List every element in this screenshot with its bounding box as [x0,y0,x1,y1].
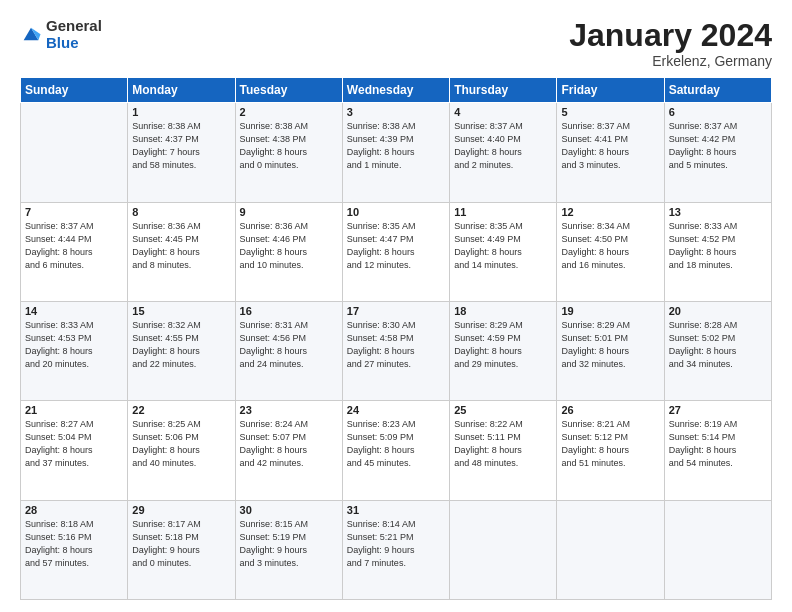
calendar-cell-2-4: 18Sunrise: 8:29 AM Sunset: 4:59 PM Dayli… [450,301,557,400]
day-info-31: Sunrise: 8:14 AM Sunset: 5:21 PM Dayligh… [347,518,445,570]
day-info-2: Sunrise: 8:38 AM Sunset: 4:38 PM Dayligh… [240,120,338,172]
week-row-3: 21Sunrise: 8:27 AM Sunset: 5:04 PM Dayli… [21,401,772,500]
day-info-26: Sunrise: 8:21 AM Sunset: 5:12 PM Dayligh… [561,418,659,470]
header-monday: Monday [128,78,235,103]
day-number-14: 14 [25,305,123,317]
day-info-6: Sunrise: 8:37 AM Sunset: 4:42 PM Dayligh… [669,120,767,172]
day-info-30: Sunrise: 8:15 AM Sunset: 5:19 PM Dayligh… [240,518,338,570]
calendar-cell-2-5: 19Sunrise: 8:29 AM Sunset: 5:01 PM Dayli… [557,301,664,400]
day-info-27: Sunrise: 8:19 AM Sunset: 5:14 PM Dayligh… [669,418,767,470]
calendar-cell-1-2: 9Sunrise: 8:36 AM Sunset: 4:46 PM Daylig… [235,202,342,301]
day-info-22: Sunrise: 8:25 AM Sunset: 5:06 PM Dayligh… [132,418,230,470]
day-number-18: 18 [454,305,552,317]
calendar-cell-4-5 [557,500,664,599]
day-number-23: 23 [240,404,338,416]
logo-icon [20,24,42,46]
day-number-8: 8 [132,206,230,218]
day-number-10: 10 [347,206,445,218]
header-friday: Friday [557,78,664,103]
location-subtitle: Erkelenz, Germany [569,53,772,69]
day-number-15: 15 [132,305,230,317]
day-number-7: 7 [25,206,123,218]
day-number-28: 28 [25,504,123,516]
week-row-2: 14Sunrise: 8:33 AM Sunset: 4:53 PM Dayli… [21,301,772,400]
day-number-5: 5 [561,106,659,118]
calendar-cell-3-1: 22Sunrise: 8:25 AM Sunset: 5:06 PM Dayli… [128,401,235,500]
day-number-27: 27 [669,404,767,416]
calendar-cell-1-3: 10Sunrise: 8:35 AM Sunset: 4:47 PM Dayli… [342,202,449,301]
day-info-11: Sunrise: 8:35 AM Sunset: 4:49 PM Dayligh… [454,220,552,272]
day-info-15: Sunrise: 8:32 AM Sunset: 4:55 PM Dayligh… [132,319,230,371]
day-number-16: 16 [240,305,338,317]
day-info-18: Sunrise: 8:29 AM Sunset: 4:59 PM Dayligh… [454,319,552,371]
day-number-20: 20 [669,305,767,317]
day-number-22: 22 [132,404,230,416]
day-number-13: 13 [669,206,767,218]
calendar-cell-0-0 [21,103,128,202]
day-number-9: 9 [240,206,338,218]
day-info-7: Sunrise: 8:37 AM Sunset: 4:44 PM Dayligh… [25,220,123,272]
day-number-6: 6 [669,106,767,118]
calendar-cell-4-1: 29Sunrise: 8:17 AM Sunset: 5:18 PM Dayli… [128,500,235,599]
day-info-8: Sunrise: 8:36 AM Sunset: 4:45 PM Dayligh… [132,220,230,272]
calendar-cell-4-0: 28Sunrise: 8:18 AM Sunset: 5:16 PM Dayli… [21,500,128,599]
day-info-24: Sunrise: 8:23 AM Sunset: 5:09 PM Dayligh… [347,418,445,470]
day-info-12: Sunrise: 8:34 AM Sunset: 4:50 PM Dayligh… [561,220,659,272]
header-tuesday: Tuesday [235,78,342,103]
calendar-cell-1-5: 12Sunrise: 8:34 AM Sunset: 4:50 PM Dayli… [557,202,664,301]
calendar-cell-2-3: 17Sunrise: 8:30 AM Sunset: 4:58 PM Dayli… [342,301,449,400]
day-info-10: Sunrise: 8:35 AM Sunset: 4:47 PM Dayligh… [347,220,445,272]
day-info-21: Sunrise: 8:27 AM Sunset: 5:04 PM Dayligh… [25,418,123,470]
calendar-cell-0-1: 1Sunrise: 8:38 AM Sunset: 4:37 PM Daylig… [128,103,235,202]
day-info-17: Sunrise: 8:30 AM Sunset: 4:58 PM Dayligh… [347,319,445,371]
header-sunday: Sunday [21,78,128,103]
calendar-cell-0-3: 3Sunrise: 8:38 AM Sunset: 4:39 PM Daylig… [342,103,449,202]
calendar-cell-0-2: 2Sunrise: 8:38 AM Sunset: 4:38 PM Daylig… [235,103,342,202]
header-saturday: Saturday [664,78,771,103]
day-number-25: 25 [454,404,552,416]
calendar-cell-3-3: 24Sunrise: 8:23 AM Sunset: 5:09 PM Dayli… [342,401,449,500]
day-number-12: 12 [561,206,659,218]
calendar-cell-4-2: 30Sunrise: 8:15 AM Sunset: 5:19 PM Dayli… [235,500,342,599]
day-info-14: Sunrise: 8:33 AM Sunset: 4:53 PM Dayligh… [25,319,123,371]
header-thursday: Thursday [450,78,557,103]
calendar-cell-1-0: 7Sunrise: 8:37 AM Sunset: 4:44 PM Daylig… [21,202,128,301]
logo-blue-text: Blue [46,35,102,52]
header-wednesday: Wednesday [342,78,449,103]
calendar-cell-3-0: 21Sunrise: 8:27 AM Sunset: 5:04 PM Dayli… [21,401,128,500]
day-number-11: 11 [454,206,552,218]
calendar-cell-1-6: 13Sunrise: 8:33 AM Sunset: 4:52 PM Dayli… [664,202,771,301]
day-info-19: Sunrise: 8:29 AM Sunset: 5:01 PM Dayligh… [561,319,659,371]
day-info-16: Sunrise: 8:31 AM Sunset: 4:56 PM Dayligh… [240,319,338,371]
logo-text: General Blue [46,18,102,51]
calendar-cell-3-5: 26Sunrise: 8:21 AM Sunset: 5:12 PM Dayli… [557,401,664,500]
calendar-cell-0-5: 5Sunrise: 8:37 AM Sunset: 4:41 PM Daylig… [557,103,664,202]
calendar-cell-0-6: 6Sunrise: 8:37 AM Sunset: 4:42 PM Daylig… [664,103,771,202]
day-number-1: 1 [132,106,230,118]
day-info-3: Sunrise: 8:38 AM Sunset: 4:39 PM Dayligh… [347,120,445,172]
header: General Blue January 2024 Erkelenz, Germ… [20,18,772,69]
calendar-cell-2-0: 14Sunrise: 8:33 AM Sunset: 4:53 PM Dayli… [21,301,128,400]
calendar-cell-1-1: 8Sunrise: 8:36 AM Sunset: 4:45 PM Daylig… [128,202,235,301]
day-info-25: Sunrise: 8:22 AM Sunset: 5:11 PM Dayligh… [454,418,552,470]
day-info-28: Sunrise: 8:18 AM Sunset: 5:16 PM Dayligh… [25,518,123,570]
day-info-13: Sunrise: 8:33 AM Sunset: 4:52 PM Dayligh… [669,220,767,272]
day-number-29: 29 [132,504,230,516]
day-number-4: 4 [454,106,552,118]
calendar-cell-2-2: 16Sunrise: 8:31 AM Sunset: 4:56 PM Dayli… [235,301,342,400]
day-number-2: 2 [240,106,338,118]
week-row-0: 1Sunrise: 8:38 AM Sunset: 4:37 PM Daylig… [21,103,772,202]
title-block: January 2024 Erkelenz, Germany [569,18,772,69]
calendar-body: 1Sunrise: 8:38 AM Sunset: 4:37 PM Daylig… [21,103,772,600]
calendar-cell-3-4: 25Sunrise: 8:22 AM Sunset: 5:11 PM Dayli… [450,401,557,500]
day-number-3: 3 [347,106,445,118]
calendar-cell-3-6: 27Sunrise: 8:19 AM Sunset: 5:14 PM Dayli… [664,401,771,500]
calendar-cell-2-6: 20Sunrise: 8:28 AM Sunset: 5:02 PM Dayli… [664,301,771,400]
logo: General Blue [20,18,102,51]
calendar-cell-2-1: 15Sunrise: 8:32 AM Sunset: 4:55 PM Dayli… [128,301,235,400]
calendar-cell-0-4: 4Sunrise: 8:37 AM Sunset: 4:40 PM Daylig… [450,103,557,202]
day-info-9: Sunrise: 8:36 AM Sunset: 4:46 PM Dayligh… [240,220,338,272]
day-number-30: 30 [240,504,338,516]
week-row-1: 7Sunrise: 8:37 AM Sunset: 4:44 PM Daylig… [21,202,772,301]
logo-general-text: General [46,18,102,35]
